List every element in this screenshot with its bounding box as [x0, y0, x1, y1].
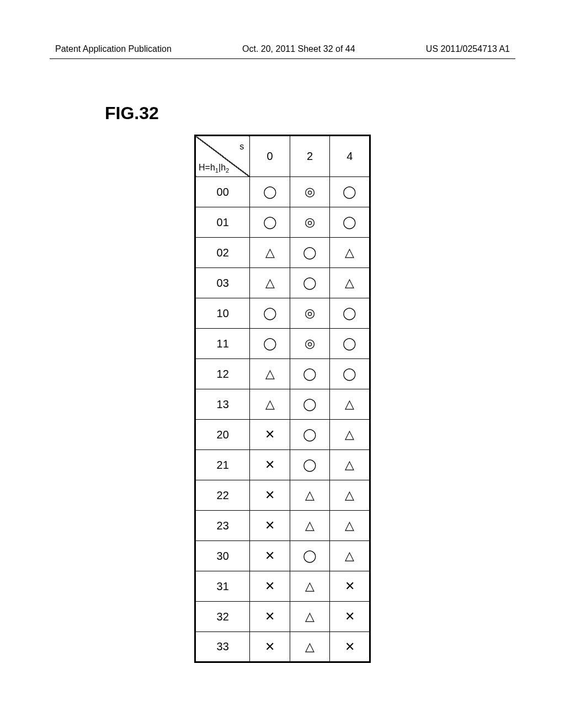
double-circle-icon: ◎ [290, 329, 330, 359]
header-left: Patent Application Publication [55, 44, 172, 54]
circle-icon: ◯ [290, 420, 330, 450]
triangle-icon: △ [330, 420, 370, 450]
triangle-icon: △ [330, 480, 370, 511]
triangle-icon: △ [250, 359, 290, 389]
triangle-icon: △ [330, 541, 370, 571]
circle-icon: ◯ [290, 389, 330, 420]
table-row: 11◯◎◯ [195, 329, 370, 359]
row-header: 31 [195, 571, 250, 602]
col-header-2: 2 [290, 136, 330, 177]
table-row: 32✕△✕ [195, 602, 370, 632]
triangle-icon: △ [290, 511, 330, 541]
diag-header-cell: s H=h1|h2 [195, 136, 250, 177]
triangle-icon: △ [330, 389, 370, 420]
row-header: 10 [195, 298, 250, 329]
row-header: 12 [195, 359, 250, 389]
col-header-0: 0 [250, 136, 290, 177]
table-row: 23✕△△ [195, 511, 370, 541]
row-header: 21 [195, 450, 250, 480]
row-header: 00 [195, 177, 250, 207]
col-header-4: 4 [330, 136, 370, 177]
circle-icon: ◯ [290, 359, 330, 389]
header-line: Patent Application Publication Oct. 20, … [50, 44, 515, 59]
cross-icon: ✕ [250, 632, 290, 662]
triangle-icon: △ [250, 268, 290, 298]
cross-icon: ✕ [250, 450, 290, 480]
row-header: 03 [195, 268, 250, 298]
header-center: Oct. 20, 2011 Sheet 32 of 44 [242, 44, 355, 54]
row-header: 20 [195, 420, 250, 450]
triangle-icon: △ [290, 571, 330, 602]
triangle-icon: △ [250, 238, 290, 268]
cross-icon: ✕ [250, 602, 290, 632]
cross-icon: ✕ [330, 571, 370, 602]
circle-icon: ◯ [250, 329, 290, 359]
table-wrap: s H=h1|h2 0 2 4 00◯◎◯01◯◎◯02△◯△03△◯△10◯◎… [194, 135, 371, 663]
double-circle-icon: ◎ [290, 177, 330, 207]
figure-label: FIG.32 [105, 103, 515, 124]
table-row: 00◯◎◯ [195, 177, 370, 207]
circle-icon: ◯ [330, 207, 370, 238]
circle-icon: ◯ [250, 207, 290, 238]
table-row: 31✕△✕ [195, 571, 370, 602]
table-body: 00◯◎◯01◯◎◯02△◯△03△◯△10◯◎◯11◯◎◯12△◯◯13△◯△… [195, 177, 370, 662]
table-row: 20✕◯△ [195, 420, 370, 450]
cross-icon: ✕ [250, 480, 290, 511]
table-row: 33✕△✕ [195, 632, 370, 662]
circle-icon: ◯ [290, 450, 330, 480]
header-right: US 2011/0254713 A1 [426, 44, 510, 54]
cross-icon: ✕ [250, 571, 290, 602]
data-table: s H=h1|h2 0 2 4 00◯◎◯01◯◎◯02△◯△03△◯△10◯◎… [194, 135, 371, 663]
circle-icon: ◯ [330, 177, 370, 207]
row-header: 11 [195, 329, 250, 359]
circle-icon: ◯ [250, 298, 290, 329]
row-header: 23 [195, 511, 250, 541]
row-header: 32 [195, 602, 250, 632]
circle-icon: ◯ [290, 238, 330, 268]
cross-icon: ✕ [250, 511, 290, 541]
row-header: 13 [195, 389, 250, 420]
double-circle-icon: ◎ [290, 298, 330, 329]
table-row: 10◯◎◯ [195, 298, 370, 329]
table-row: 02△◯△ [195, 238, 370, 268]
triangle-icon: △ [330, 511, 370, 541]
circle-icon: ◯ [330, 359, 370, 389]
table-row: 30✕◯△ [195, 541, 370, 571]
triangle-icon: △ [330, 268, 370, 298]
diag-top-label: s [239, 142, 244, 152]
table-row: 12△◯◯ [195, 359, 370, 389]
table-row: 03△◯△ [195, 268, 370, 298]
triangle-icon: △ [290, 632, 330, 662]
page: Patent Application Publication Oct. 20, … [0, 0, 565, 728]
triangle-icon: △ [290, 602, 330, 632]
cross-icon: ✕ [330, 632, 370, 662]
triangle-icon: △ [330, 238, 370, 268]
row-header: 02 [195, 238, 250, 268]
triangle-icon: △ [330, 450, 370, 480]
row-header: 33 [195, 632, 250, 662]
circle-icon: ◯ [330, 298, 370, 329]
table-header-row: s H=h1|h2 0 2 4 [195, 136, 370, 177]
diag-bottom-label: H=h1|h2 [199, 163, 229, 174]
table-row: 01◯◎◯ [195, 207, 370, 238]
circle-icon: ◯ [290, 541, 330, 571]
double-circle-icon: ◎ [290, 207, 330, 238]
triangle-icon: △ [290, 480, 330, 511]
cross-icon: ✕ [330, 602, 370, 632]
row-header: 01 [195, 207, 250, 238]
circle-icon: ◯ [330, 329, 370, 359]
cross-icon: ✕ [250, 541, 290, 571]
cross-icon: ✕ [250, 420, 290, 450]
row-header: 30 [195, 541, 250, 571]
triangle-icon: △ [250, 389, 290, 420]
table-row: 22✕△△ [195, 480, 370, 511]
table-row: 21✕◯△ [195, 450, 370, 480]
circle-icon: ◯ [250, 177, 290, 207]
table-row: 13△◯△ [195, 389, 370, 420]
circle-icon: ◯ [290, 268, 330, 298]
row-header: 22 [195, 480, 250, 511]
